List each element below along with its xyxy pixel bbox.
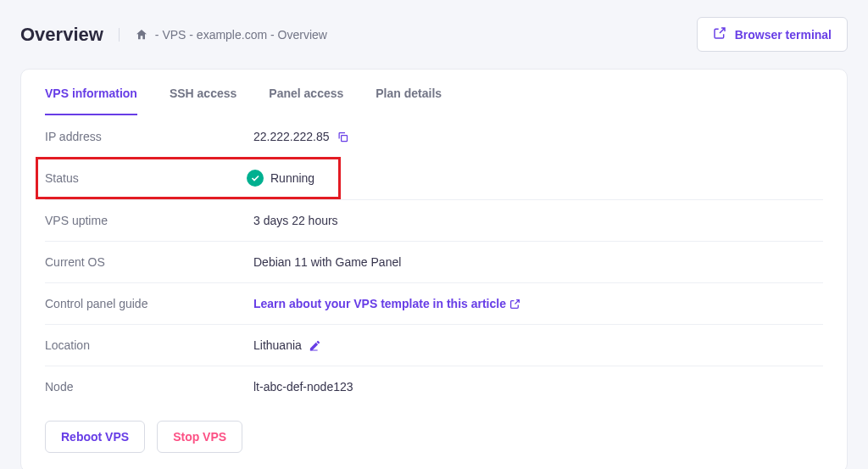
svg-rect-0 [341,135,347,141]
tab-panel-access[interactable]: Panel access [269,70,343,115]
row-location: Location Lithuania [45,324,823,366]
label-status: Status [45,171,247,185]
action-buttons: Reboot VPS Stop VPS [21,407,847,453]
external-link-icon [713,26,726,42]
label-guide: Control panel guide [45,297,253,310]
tab-ssh-access[interactable]: SSH access [170,70,236,115]
tabs: VPS information SSH access Panel access … [21,70,847,116]
tab-vps-information[interactable]: VPS information [45,70,137,115]
guide-link[interactable]: Learn about your VPS template in this ar… [253,297,520,310]
label-current-os: Current OS [45,255,253,269]
external-link-icon [509,299,520,310]
breadcrumb: - VPS - example.com - Overview [119,28,327,42]
row-guide: Control panel guide Learn about your VPS… [45,282,823,324]
value-status: Running [270,171,314,185]
stop-vps-button[interactable]: Stop VPS [157,421,242,453]
value-uptime: 3 days 22 hours [253,214,338,227]
page-title: Overview [20,24,103,46]
value-location: Lithuania [253,338,302,352]
label-ip-address: IP address [45,130,253,143]
svg-rect-1 [310,349,318,350]
row-status: Status Running [36,157,341,199]
browser-terminal-label: Browser terminal [735,28,832,42]
row-node: Node lt-abc-def-node123 [45,366,823,407]
status-check-icon [247,170,264,187]
vps-info-card: VPS information SSH access Panel access … [20,69,848,469]
value-ip-address: 22.222.222.85 [253,130,330,143]
reboot-vps-button[interactable]: Reboot VPS [45,421,145,453]
row-uptime: VPS uptime 3 days 22 hours [45,199,823,241]
row-ip-address: IP address 22.222.222.85 [45,116,823,157]
info-table: IP address 22.222.222.85 Status Running … [21,116,847,407]
row-current-os: Current OS Debian 11 with Game Panel [45,241,823,282]
label-location: Location [45,338,253,352]
tab-plan-details[interactable]: Plan details [376,70,442,115]
home-icon[interactable] [135,28,148,42]
guide-link-text: Learn about your VPS template in this ar… [253,297,506,310]
breadcrumb-text: - VPS - example.com - Overview [155,28,327,42]
value-node: lt-abc-def-node123 [253,380,353,394]
browser-terminal-button[interactable]: Browser terminal [697,17,848,52]
edit-icon[interactable] [309,339,321,352]
label-node: Node [45,380,253,394]
label-uptime: VPS uptime [45,214,253,227]
value-current-os: Debian 11 with Game Panel [253,255,401,269]
copy-icon[interactable] [337,131,349,143]
